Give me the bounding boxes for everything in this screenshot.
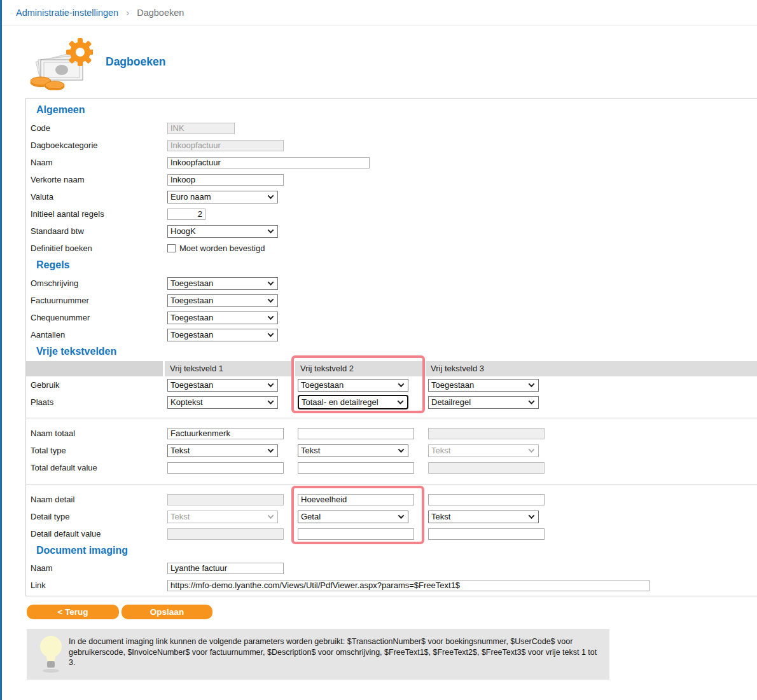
detail-default-value-label: Detail default value xyxy=(31,529,167,539)
dagboekcategorie-input xyxy=(167,140,284,151)
valuta-select[interactable]: Euro naam xyxy=(167,191,278,203)
chevron-down-icon xyxy=(268,227,274,233)
detail-default-2-input[interactable] xyxy=(298,528,414,540)
factuurnummer-select-value: Toegestaan xyxy=(170,296,213,305)
row-naam: Naam xyxy=(26,154,757,171)
total-type-1-select[interactable]: Tekst xyxy=(167,444,278,457)
row-aantallen: Aantallen Toegestaan xyxy=(26,326,757,343)
naam-label: Naam xyxy=(31,158,167,167)
naam-totaal-3-input xyxy=(428,428,545,439)
di-naam-label: Naam xyxy=(31,563,167,573)
chevron-down-icon xyxy=(268,331,274,337)
naam-input[interactable] xyxy=(167,157,370,168)
detail-type-1-value: Tekst xyxy=(170,512,190,521)
gebruik-3-select[interactable]: Toegestaan xyxy=(428,379,539,392)
divider xyxy=(26,418,757,418)
detail-type-3-value: Tekst xyxy=(431,512,450,521)
di-naam-input[interactable] xyxy=(167,563,284,574)
standaard-btw-select[interactable]: HoogK xyxy=(167,225,278,238)
total-type-2-select[interactable]: Tekst xyxy=(298,444,408,457)
total-default-value-label: Total default value xyxy=(31,463,167,472)
omschrijving-label: Omschrijving xyxy=(31,278,167,288)
plaats-1-select[interactable]: Koptekst xyxy=(167,396,278,409)
naam-detail-2-input[interactable] xyxy=(298,494,414,505)
page-accent-border xyxy=(0,0,2,700)
chevron-down-icon xyxy=(529,512,535,519)
detail-type-label: Detail type xyxy=(31,512,167,521)
detail-default-3-input[interactable] xyxy=(428,528,545,540)
plaats-2-select[interactable]: Totaal- en detailregel xyxy=(298,395,408,409)
total-type-3-value: Tekst xyxy=(431,446,450,455)
save-button[interactable]: Opslaan xyxy=(122,605,212,619)
standaard-btw-select-value: HoogK xyxy=(170,226,196,236)
gebruik-1-select[interactable]: Toegestaan xyxy=(167,379,278,392)
row-detail-type: Detail type Tekst Getal Tekst xyxy=(26,508,757,525)
detail-type-3-select[interactable]: Tekst xyxy=(428,511,539,523)
page-title: Dagboeken xyxy=(106,55,165,69)
column-header-vrij-tekstveld-2: Vrij tekstveld 2 xyxy=(295,361,424,376)
standaard-btw-label: Standaard btw xyxy=(31,226,167,236)
chequenummer-select[interactable]: Toegestaan xyxy=(167,312,278,324)
total-type-2-value: Tekst xyxy=(301,446,320,455)
naam-totaal-2-input[interactable] xyxy=(298,428,414,439)
moet-worden-bevestigd-label: Moet worden bevestigd xyxy=(179,244,265,253)
chevron-down-icon xyxy=(268,398,274,404)
section-title-document-imaging: Document imaging xyxy=(36,544,757,558)
factuurnummer-label: Factuurnummer xyxy=(31,296,167,305)
journals-money-gear-icon xyxy=(29,37,93,90)
breadcrumb-separator-icon: › xyxy=(126,7,129,18)
plaats-3-value: Detailregel xyxy=(431,397,471,407)
total-type-label: Total type xyxy=(31,446,167,455)
chevron-down-icon xyxy=(529,398,535,404)
lightbulb-icon xyxy=(37,635,65,674)
info-box: In de document imaging link kunnen de vo… xyxy=(27,629,609,680)
back-button[interactable]: < Terug xyxy=(27,605,119,619)
naam-detail-1-input xyxy=(167,494,284,505)
column-header-empty xyxy=(26,361,163,376)
gebruik-1-value: Toegestaan xyxy=(170,380,213,390)
moet-worden-bevestigd-checkbox[interactable] xyxy=(167,244,176,252)
code-input xyxy=(167,123,235,134)
chevron-down-icon xyxy=(268,381,274,387)
gebruik-2-value: Toegestaan xyxy=(301,380,344,390)
section-title-algemeen: Algemeen xyxy=(36,103,757,117)
row-detail-default-value: Detail default value xyxy=(26,525,757,542)
plaats-1-value: Koptekst xyxy=(170,397,203,407)
form-actions: < Terug Opslaan xyxy=(27,605,757,619)
chevron-down-icon xyxy=(398,512,405,519)
breadcrumb-dagboeken: Dagboeken xyxy=(137,8,184,18)
total-default-2-input[interactable] xyxy=(298,462,414,474)
row-verkorte-naam: Verkorte naam xyxy=(26,171,757,188)
aantallen-select[interactable]: Toegestaan xyxy=(167,329,278,341)
chevron-down-icon xyxy=(268,313,274,320)
breadcrumb-administratie-instellingen[interactable]: Administratie-instellingen xyxy=(16,8,118,18)
naam-totaal-1-input[interactable] xyxy=(167,428,284,439)
aantallen-label: Aantallen xyxy=(31,330,167,340)
naam-detail-label: Naam detail xyxy=(31,495,167,504)
settings-form: Algemeen Code Dagboekcategorie Naam Verk… xyxy=(25,98,757,596)
di-link-input[interactable] xyxy=(167,580,649,591)
gebruik-3-value: Toegestaan xyxy=(431,380,474,390)
chevron-down-icon xyxy=(268,446,274,453)
gebruik-2-select[interactable]: Toegestaan xyxy=(298,379,408,392)
omschrijving-select[interactable]: Toegestaan xyxy=(167,277,278,290)
plaats-3-select[interactable]: Detailregel xyxy=(428,396,539,409)
row-omschrijving: Omschrijving Toegestaan xyxy=(26,275,757,292)
detail-default-1-input xyxy=(167,528,284,540)
initieel-aantal-regels-input[interactable] xyxy=(167,209,205,220)
section-title-vrije-tekstvelden: Vrije tekstvelden xyxy=(36,345,757,359)
row-chequenummer: Chequenummer Toegestaan xyxy=(26,309,757,326)
valuta-select-value: Euro naam xyxy=(170,192,211,202)
row-total-type: Total type Tekst Tekst Tekst xyxy=(26,442,757,459)
detail-type-1-select: Tekst xyxy=(167,511,278,523)
verkorte-naam-input[interactable] xyxy=(167,174,284,186)
dagboeken-settings-page: Administratie-instellingen › Dagboeken xyxy=(0,0,757,700)
section-title-regels: Regels xyxy=(36,258,757,272)
valuta-label: Valuta xyxy=(31,192,167,202)
naam-totaal-label: Naam totaal xyxy=(31,429,167,438)
naam-detail-3-input[interactable] xyxy=(428,494,545,505)
total-default-1-input[interactable] xyxy=(167,462,284,474)
factuurnummer-select[interactable]: Toegestaan xyxy=(167,294,278,307)
detail-type-2-select[interactable]: Getal xyxy=(298,511,408,523)
row-initieel-aantal-regels: Initieel aantal regels xyxy=(26,205,757,223)
